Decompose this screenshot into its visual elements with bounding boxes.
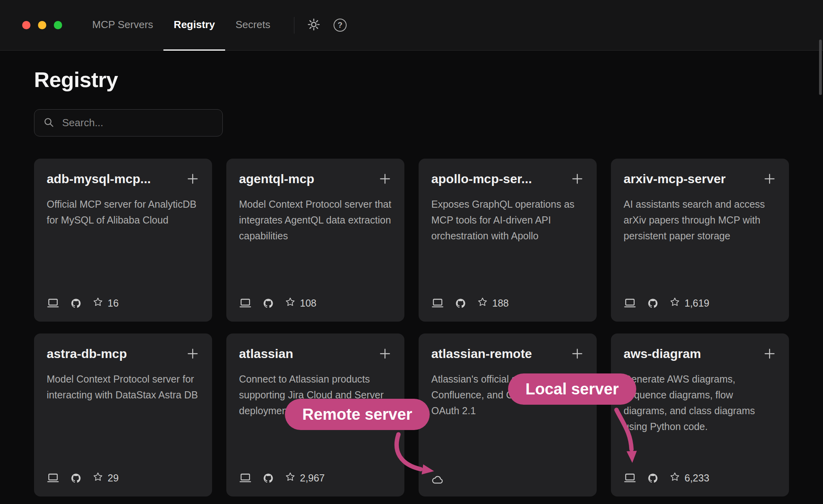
- github-icon[interactable]: [263, 473, 274, 484]
- laptop-icon: [239, 473, 252, 483]
- star-count: 16: [108, 297, 119, 309]
- server-card-arxiv-mcp-server[interactable]: arxiv-mcp-server AI assistants search an…: [611, 159, 789, 322]
- laptop-icon: [624, 298, 636, 309]
- plus-icon: [378, 356, 392, 362]
- server-name: atlassian-remote: [431, 346, 532, 361]
- plus-icon: [186, 356, 199, 362]
- plus-icon: [763, 356, 776, 362]
- server-name: adb-mysql-mcp...: [47, 171, 151, 186]
- local-server-arrow: [603, 407, 647, 467]
- titlebar-divider: [294, 17, 294, 34]
- laptop-icon: [47, 298, 59, 309]
- star-count: 6,233: [685, 472, 709, 484]
- server-name: astra-db-mcp: [47, 346, 127, 361]
- help-icon: ?: [334, 19, 347, 32]
- server-card-atlassian-remote[interactable]: atlassian-remote Atlassian's official se…: [419, 333, 597, 496]
- zoom-window-button[interactable]: [54, 21, 62, 29]
- server-name: atlassian: [239, 346, 293, 361]
- remote-server-callout: Remote server: [285, 399, 430, 430]
- plus-icon: [571, 356, 584, 362]
- remote-server-arrow: [390, 432, 441, 479]
- github-icon[interactable]: [455, 298, 466, 309]
- server-card-adb-mysql-mcp[interactable]: adb-mysql-mcp... Official MCP server for…: [34, 159, 212, 322]
- add-server-button[interactable]: [571, 171, 584, 187]
- tab-secrets[interactable]: Secrets: [225, 0, 281, 51]
- local-server-callout: Local server: [508, 373, 636, 405]
- traffic-lights: [0, 0, 62, 50]
- star-icon: [93, 472, 103, 485]
- add-server-button[interactable]: [378, 171, 392, 187]
- add-server-button[interactable]: [186, 346, 199, 362]
- server-description: Model Context Protocol server that integ…: [239, 196, 392, 244]
- titlebar: MCP Servers Registry Secrets ?: [0, 0, 823, 51]
- github-icon[interactable]: [70, 298, 82, 309]
- star-count: 2,967: [300, 472, 325, 484]
- server-name: agentql-mcp: [239, 171, 314, 186]
- main-nav: MCP Servers Registry Secrets: [82, 0, 281, 50]
- add-server-button[interactable]: [378, 346, 392, 362]
- scrollbar-thumb[interactable]: [819, 40, 822, 95]
- plus-icon: [186, 181, 199, 187]
- plus-icon: [378, 181, 392, 187]
- star-icon: [285, 472, 296, 485]
- search-box[interactable]: [34, 109, 223, 136]
- laptop-icon: [239, 298, 252, 309]
- server-description: Model Context Protocol server for intera…: [47, 371, 199, 403]
- github-icon[interactable]: [70, 473, 82, 484]
- tab-registry[interactable]: Registry: [163, 0, 225, 51]
- close-window-button[interactable]: [22, 21, 30, 29]
- plus-icon: [571, 181, 584, 187]
- minimize-window-button[interactable]: [38, 21, 46, 29]
- server-card-apollo-mcp-server[interactable]: apollo-mcp-ser... Exposes GraphQL operat…: [419, 159, 597, 322]
- help-button[interactable]: ?: [327, 0, 353, 50]
- laptop-icon: [431, 298, 444, 309]
- github-icon[interactable]: [647, 473, 658, 484]
- server-name: apollo-mcp-ser...: [431, 171, 532, 186]
- github-icon[interactable]: [647, 298, 658, 309]
- server-description: Exposes GraphQL operations as MCP tools …: [431, 196, 584, 244]
- star-icon: [669, 297, 680, 310]
- star-icon: [285, 297, 296, 310]
- github-icon[interactable]: [263, 298, 274, 309]
- star-count: 188: [492, 297, 509, 309]
- plus-icon: [763, 181, 776, 187]
- star-count: 108: [300, 297, 317, 309]
- add-server-button[interactable]: [571, 346, 584, 362]
- help-glyph: ?: [338, 21, 342, 30]
- laptop-icon: [624, 473, 636, 483]
- star-count: 29: [108, 472, 119, 484]
- add-server-button[interactable]: [763, 346, 776, 362]
- star-icon: [93, 297, 103, 310]
- server-description: AI assistants search and access arXiv pa…: [624, 196, 776, 244]
- server-card-astra-db-mcp[interactable]: astra-db-mcp Model Context Protocol serv…: [34, 333, 212, 496]
- star-count: 1,619: [685, 297, 709, 309]
- server-card-agentql-mcp[interactable]: agentql-mcp Model Context Protocol serve…: [226, 159, 404, 322]
- add-server-button[interactable]: [186, 171, 199, 187]
- search-input[interactable]: [61, 116, 214, 129]
- server-description: Official MCP server for AnalyticDB for M…: [47, 196, 199, 228]
- laptop-icon: [47, 473, 59, 483]
- settings-button[interactable]: [301, 0, 327, 50]
- star-icon: [477, 297, 488, 310]
- search-icon: [43, 117, 54, 129]
- gear-icon: [307, 18, 320, 32]
- tab-mcp-servers[interactable]: MCP Servers: [82, 0, 163, 51]
- server-name: aws-diagram: [624, 346, 701, 361]
- add-server-button[interactable]: [763, 171, 776, 187]
- star-icon: [669, 472, 680, 485]
- server-name: arxiv-mcp-server: [624, 171, 726, 186]
- page-title: Registry: [34, 67, 789, 92]
